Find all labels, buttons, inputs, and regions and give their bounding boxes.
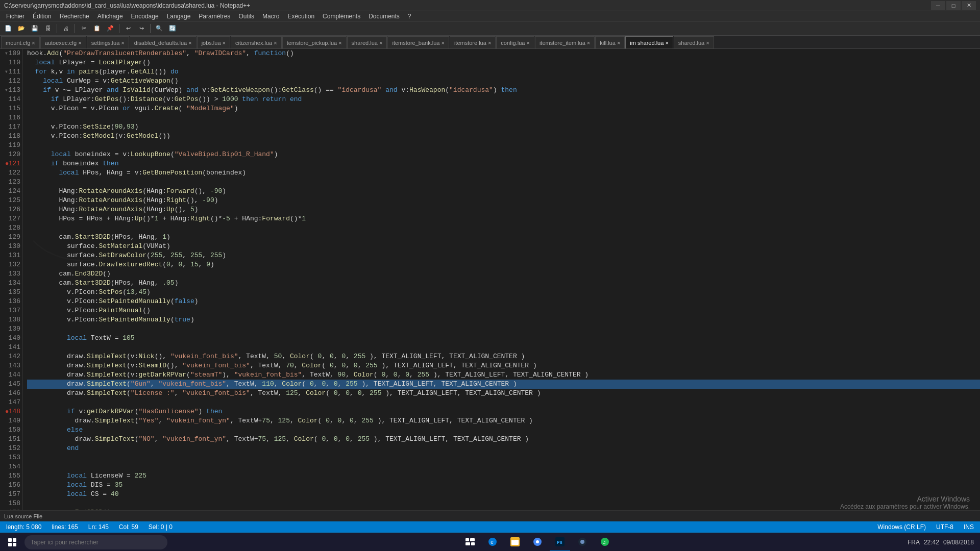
tab-jobs-lua[interactable]: jobs.lua × — [197, 36, 230, 48]
tab-itemstore-item-lua[interactable]: itemstore_item.lua × — [535, 36, 595, 48]
open-button[interactable]: 📂 — [15, 23, 28, 34]
undo-button[interactable]: ↩ — [122, 23, 134, 34]
new-button[interactable]: 📄 — [2, 23, 14, 34]
code-line-151: draw.SimpleText("NO", "vukein_font_yn", … — [27, 435, 980, 444]
tab-mount-cfg[interactable]: mount.cfg × — [1, 36, 40, 48]
maximize-button[interactable]: □ — [946, 1, 961, 10]
status-left: length: 5 080 lines: 165 Ln: 145 Col: 59… — [6, 523, 173, 531]
menu-execution[interactable]: Exécution — [283, 11, 318, 21]
svg-rect-4 — [471, 542, 475, 545]
chrome-button[interactable] — [527, 533, 548, 552]
paste-button[interactable]: 📌 — [104, 23, 116, 34]
explorer-button[interactable] — [505, 533, 525, 552]
code-line-139 — [27, 324, 980, 334]
menu-macro[interactable]: Macro — [258, 11, 283, 21]
status-right: Windows (CR LF) UTF-8 INS — [877, 523, 974, 531]
steam-button[interactable] — [572, 533, 593, 552]
taskview-button[interactable] — [460, 533, 480, 552]
tab-config-lua[interactable]: config.lua × — [496, 36, 534, 48]
code-line-147 — [27, 398, 980, 407]
cut-button[interactable]: ✂ — [78, 23, 90, 34]
menu-help[interactable]: ? — [404, 11, 415, 21]
tab-disabled-defaults-lua[interactable]: disabled_defaults.lua × — [130, 36, 197, 48]
tab-shared-lua-1[interactable]: shared.lua × — [347, 36, 387, 48]
line-num-124: 124 — [4, 187, 20, 196]
menu-outils[interactable]: Outils — [234, 11, 258, 21]
status-sel: Sel: 0 | 0 — [149, 523, 173, 531]
code-line-152: end — [27, 444, 980, 453]
code-area[interactable]: hook.Add("PreDrawTranslucentRenderables"… — [23, 49, 980, 521]
code-line-130: surface.SetMaterial(VUMat) — [27, 242, 980, 251]
tab-kill-lua[interactable]: kill.lua × — [595, 36, 625, 48]
code-line-112: local CurWep = v:GetActiveWeapon() — [27, 77, 980, 86]
menu-affichage[interactable]: Affichage — [93, 11, 127, 21]
line-num-156: 156 — [4, 481, 20, 490]
svg-rect-8 — [511, 540, 519, 545]
photoshop-button[interactable]: Ps — [550, 533, 570, 552]
svg-text:♫: ♫ — [603, 540, 605, 545]
line-num-114: 114 — [4, 95, 20, 104]
menu-documents[interactable]: Documents — [364, 11, 404, 21]
menu-fichier[interactable]: Fichier — [2, 11, 29, 21]
code-line-148: if v:getDarkRPVar("HasGunlicense") then — [27, 407, 980, 416]
code-line-109: hook.Add("PreDrawTranslucentRenderables"… — [27, 49, 980, 58]
print-button[interactable]: 🖨 — [60, 23, 72, 34]
code-line-115: v.PIcon = v.PIcon or vgui.Create( "Model… — [27, 104, 980, 113]
line-num-152: 152 — [4, 444, 20, 453]
line-num-133: 133 — [4, 269, 20, 279]
code-line-120: local boneindex = v:LookupBone("ValveBip… — [27, 150, 980, 159]
line-num-120: 120 — [4, 150, 20, 159]
line-num-126: 126 — [4, 205, 20, 214]
svg-rect-2 — [470, 538, 475, 541]
line-num-110: 110 — [4, 58, 20, 67]
menu-langage[interactable]: Langage — [163, 11, 195, 21]
edge-button[interactable]: e — [482, 533, 503, 552]
spotify-button[interactable]: ♫ — [595, 533, 615, 552]
line-num-138: 138 — [4, 315, 20, 324]
code-line-114: if LPlayer:GetPos():Distance(v:GetPos())… — [27, 95, 980, 104]
line-num-123: 123 — [4, 178, 20, 187]
tab-itemstore-bank-lua[interactable]: itemstore_bank.lua × — [387, 36, 449, 48]
line-num-128: 128 — [4, 223, 20, 233]
redo-button[interactable]: ↪ — [135, 23, 148, 34]
menu-parametres[interactable]: Paramètres — [194, 11, 234, 21]
search-input[interactable] — [24, 535, 167, 549]
tab-autoexec-cfg[interactable]: autoexec.cfg × — [40, 36, 86, 48]
copy-button[interactable]: 📋 — [91, 23, 103, 34]
line-num-118: 118 — [4, 132, 20, 141]
code-line-156: local DIS = 35 — [27, 481, 980, 490]
tab-im-shared-lua[interactable]: im shared.lua × — [625, 36, 673, 48]
tab-shared-lua-2[interactable]: shared.lua × — [674, 36, 714, 48]
save-all-button[interactable]: 🗄 — [42, 23, 54, 34]
start-button[interactable] — [2, 533, 22, 552]
menu-complements[interactable]: Compléments — [318, 11, 364, 21]
tab-itemstore-lua[interactable]: itemstore.lua × — [450, 36, 496, 48]
menu-encodage[interactable]: Encodage — [127, 11, 163, 21]
save-button[interactable]: 💾 — [29, 23, 41, 34]
svg-point-11 — [536, 540, 539, 543]
line-num-135: 135 — [4, 288, 20, 297]
code-line-146: draw.SimpleText("License :", "vukein_fon… — [27, 389, 980, 398]
line-num-111: 111 — [4, 67, 20, 77]
taskbar-lang: FRA — [908, 539, 920, 546]
tab-temstore-pickup-lua[interactable]: temstore_pickup.lua × — [282, 36, 347, 48]
find-button[interactable]: 🔍 — [153, 23, 165, 34]
minimize-button[interactable]: ─ — [931, 1, 945, 10]
code-line-157: local CS = 40 — [27, 490, 980, 499]
menu-recherche[interactable]: Recherche — [56, 11, 93, 21]
code-line-110: local LPlayer = LocalPlayer() — [27, 58, 980, 67]
menu-edition[interactable]: Édition — [29, 11, 56, 21]
line-num-115: 115 — [4, 104, 20, 113]
code-line-144: draw.SimpleText(v:getDarkRPVar("steamT")… — [27, 370, 980, 380]
tab-citizenshex-lua[interactable]: citizenshex.lua × — [231, 36, 282, 48]
replace-button[interactable]: 🔄 — [166, 23, 179, 34]
source-label-text: Lua source File — [4, 513, 42, 519]
line-num-127: 127 — [4, 214, 20, 223]
svg-rect-9 — [511, 538, 515, 540]
code-line-125: HAng:RotateAroundAxis(HAng:Right(), -90) — [27, 196, 980, 205]
code-line-118: v.PIcon:SetModel(v:GetModel()) — [27, 132, 980, 141]
line-num-155: 155 — [4, 471, 20, 481]
close-button[interactable]: ✕ — [962, 1, 976, 10]
line-num-149: 149 — [4, 416, 20, 425]
tab-settings-lua[interactable]: settings.lua × — [87, 36, 129, 48]
